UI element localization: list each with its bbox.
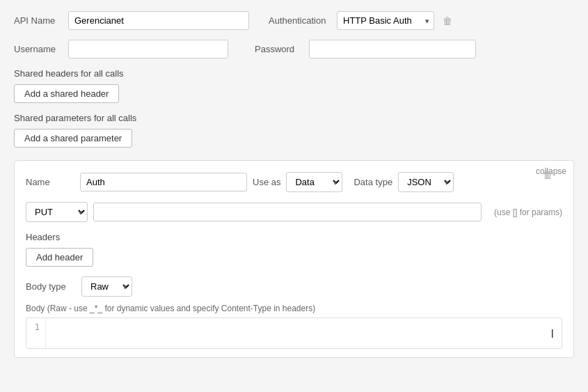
username-label: Username [14, 44, 63, 54]
method-select-wrapper: GET POST PUT DELETE PATCH [26, 202, 88, 222]
username-input[interactable] [68, 40, 228, 58]
cursor-indicator: I [551, 328, 554, 340]
data-type-select[interactable]: JSON Form Text [398, 172, 454, 192]
body-type-select-wrapper: Raw JSON Form [81, 276, 132, 297]
body-type-select[interactable]: Raw JSON Form [81, 276, 132, 297]
credentials-row: Username Password [14, 40, 574, 58]
auth-trash-icon[interactable]: 🗑 [443, 15, 452, 26]
card-name-input[interactable] [80, 173, 247, 191]
headers-label: Headers [26, 232, 562, 242]
main-container: API Name Authentication HTTP Basic Auth … [0, 0, 588, 392]
password-input[interactable] [309, 40, 476, 58]
body-type-row: Body type Raw JSON Form [26, 276, 562, 297]
line-number-1: 1 [26, 318, 46, 348]
use-as-select[interactable]: Data Header Query [286, 172, 342, 192]
auth-section: Authentication HTTP Basic Auth No Auth B… [269, 11, 452, 30]
shared-headers-title: Shared headers for all calls [14, 68, 574, 79]
password-label: Password [255, 44, 303, 54]
api-name-input[interactable] [68, 11, 249, 30]
card-trash-icon[interactable]: 🗑 [543, 169, 553, 180]
add-shared-param-button[interactable]: Add a shared parameter [14, 129, 132, 148]
auth-select-wrapper: HTTP Basic Auth No Auth Bearer Token API… [337, 11, 434, 30]
headers-section: Headers Add header [26, 232, 562, 267]
api-name-label: API Name [14, 15, 63, 26]
code-area-wrapper: 1 [26, 317, 562, 349]
card-name-label: Name [26, 177, 74, 187]
use-as-label: Use as [253, 177, 280, 187]
authentication-select[interactable]: HTTP Basic Auth No Auth Bearer Token API… [337, 11, 434, 30]
card-name-row: Name Use as Data Header Query Data type … [26, 172, 562, 192]
data-type-label: Data type [353, 177, 392, 187]
add-header-button[interactable]: Add header [26, 248, 93, 267]
body-type-label: Body type [26, 281, 74, 292]
add-shared-header-button[interactable]: Add a shared header [14, 84, 119, 103]
use-as-select-wrapper: Data Header Query [286, 172, 342, 192]
card-url-row: GET POST PUT DELETE PATCH (use [] for pa… [26, 202, 562, 222]
authentication-label: Authentication [269, 15, 331, 26]
use-brackets-hint: (use [] for params) [494, 207, 562, 217]
url-input[interactable] [93, 203, 482, 221]
shared-params-section: Shared parameters for all calls Add a sh… [14, 113, 574, 148]
shared-params-title: Shared parameters for all calls [14, 113, 574, 123]
shared-headers-section: Shared headers for all calls Add a share… [14, 68, 574, 103]
code-area-container: 1 I [26, 317, 562, 349]
body-hint: Body (Raw - use _*_ for dynamic values a… [26, 304, 562, 313]
api-name-row: API Name Authentication HTTP Basic Auth … [14, 11, 574, 30]
data-type-select-wrapper: JSON Form Text [398, 172, 454, 192]
method-select[interactable]: GET POST PUT DELETE PATCH [26, 202, 88, 222]
body-textarea[interactable] [46, 318, 562, 348]
api-call-card: collapse 🗑 Name Use as Data Header Query… [14, 160, 574, 358]
